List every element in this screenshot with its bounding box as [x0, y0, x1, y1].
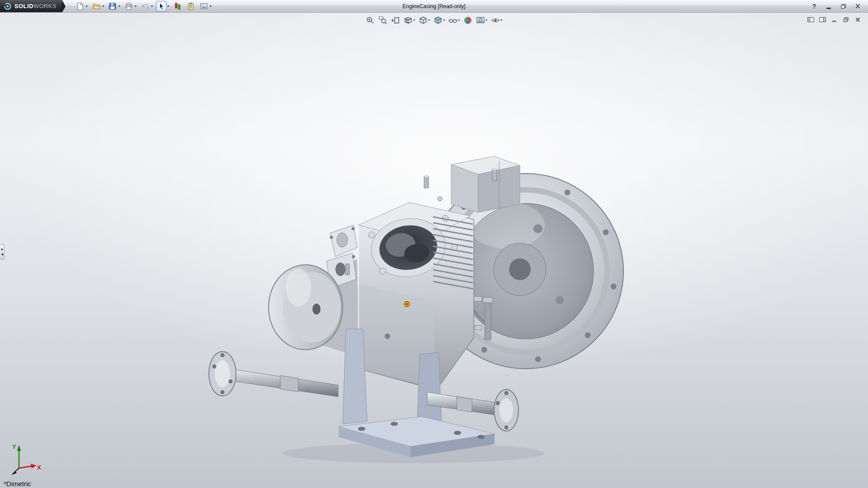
view-settings-icon: [491, 16, 500, 25]
y-axis-label: Y: [12, 443, 16, 450]
section-view-button[interactable]: ▾: [403, 15, 416, 25]
left-shaft-assembly[interactable]: [209, 352, 338, 397]
expand-right-icon: [1, 248, 3, 251]
new-document-icon: [76, 2, 84, 10]
logo-notch: [62, 0, 66, 13]
dropdown-arrow-icon[interactable]: ▾: [428, 19, 430, 22]
zoom-to-fit-icon: [366, 16, 375, 25]
document-minimize-button[interactable]: [830, 16, 838, 23]
previous-view-icon: [391, 16, 400, 25]
apply-scene-button[interactable]: ▾: [475, 15, 488, 25]
minimize-icon: [826, 8, 831, 9]
dropdown-arrow-icon[interactable]: ▾: [413, 19, 415, 22]
titlebar: SOLIDWORKS ▾ ▾: [0, 0, 868, 13]
x-axis-label: X: [37, 464, 41, 471]
dropdown-arrow-icon[interactable]: ▾: [118, 5, 120, 8]
selection-marker[interactable]: [404, 301, 410, 307]
solidworks-logo: SOLIDWORKS: [0, 0, 62, 12]
display-toggle-button[interactable]: [172, 1, 183, 12]
window-title: EngineCasing [Read-only]: [402, 3, 465, 9]
dropdown-arrow-icon[interactable]: ▾: [167, 5, 169, 8]
undo-button[interactable]: [140, 1, 151, 12]
solidworks-window: SOLIDWORKS ▾ ▾: [0, 0, 868, 488]
dropdown-arrow-icon[interactable]: ▾: [102, 5, 104, 8]
hide-show-items-icon: [448, 16, 458, 25]
file-properties-button[interactable]: [185, 1, 196, 12]
image-options-icon: [200, 2, 208, 10]
close-icon: [854, 3, 861, 9]
hide-show-items-button[interactable]: ▾: [448, 15, 461, 25]
heads-up-toolbar: ▾ ▾ ▾: [365, 15, 503, 25]
side-cover-disc[interactable]: [269, 265, 343, 350]
display-style-icon: [434, 16, 443, 25]
print-icon: [125, 2, 133, 10]
document-restore-icon: [843, 17, 849, 23]
top-cover[interactable]: [451, 156, 520, 212]
save-icon: [108, 2, 117, 10]
brand-text: SOLIDWORKS: [14, 3, 57, 9]
dropdown-arrow-icon[interactable]: ▾: [151, 5, 153, 8]
open-button[interactable]: [91, 1, 102, 12]
clipboard-icon: [187, 2, 195, 10]
graphics-area[interactable]: ▾ ▾ ▾: [0, 13, 868, 488]
edit-appearance-icon: [463, 16, 472, 25]
edit-appearance-button[interactable]: [462, 15, 473, 25]
options-button[interactable]: [198, 1, 209, 12]
window-controls: ?: [809, 2, 868, 11]
pane-left-icon: [807, 17, 814, 23]
document-close-button[interactable]: [854, 16, 862, 23]
dropdown-arrow-icon[interactable]: ▾: [458, 19, 460, 22]
previous-view-button[interactable]: [390, 15, 401, 25]
document-close-icon: [854, 17, 861, 23]
section-view-icon: [404, 16, 413, 25]
help-button[interactable]: ?: [809, 2, 819, 11]
reference-triad: Y X: [5, 439, 44, 480]
view-orientation-button[interactable]: ▾: [418, 15, 431, 25]
dropdown-arrow-icon[interactable]: ▾: [486, 19, 487, 22]
view-settings-button[interactable]: ▾: [490, 15, 503, 25]
main-toolbar: ▾ ▾: [75, 1, 215, 12]
apply-scene-icon: [476, 16, 485, 25]
display-style-button[interactable]: ▾: [433, 15, 446, 25]
view-orientation-icon: [419, 16, 428, 25]
view-orientation-label: *Dimetric: [4, 480, 31, 488]
print-button[interactable]: [123, 1, 134, 12]
document-restore-button[interactable]: [842, 16, 850, 23]
zoom-to-area-button[interactable]: [377, 15, 388, 25]
restore-button[interactable]: [838, 2, 848, 11]
minimize-button[interactable]: [824, 2, 834, 11]
engine-casing-model[interactable]: [0, 13, 868, 488]
dropdown-arrow-icon[interactable]: ▾: [210, 5, 212, 8]
expand-left-icon: [1, 253, 3, 256]
open-folder-icon: [92, 2, 100, 10]
document-minimize-icon: [831, 17, 838, 23]
save-button[interactable]: [107, 1, 118, 12]
document-window-controls: [807, 16, 862, 23]
pane-right-button[interactable]: [819, 16, 826, 23]
close-button[interactable]: [853, 2, 863, 11]
3ds-logo-icon: [4, 2, 12, 10]
red-green-toggle-icon: [174, 2, 182, 10]
dropdown-arrow-icon[interactable]: ▾: [86, 5, 88, 8]
feature-tree-collapsed-tab[interactable]: [0, 244, 5, 259]
select-cursor-icon: [157, 2, 165, 10]
dropdown-arrow-icon[interactable]: ▾: [443, 19, 445, 22]
restore-icon: [841, 4, 846, 9]
pane-right-icon: [819, 17, 826, 23]
select-tool-button[interactable]: [156, 1, 167, 12]
new-document-button[interactable]: [75, 1, 85, 12]
zoom-to-fit-button[interactable]: [365, 15, 376, 25]
x-axis-arrow: [31, 464, 36, 469]
y-axis-arrow: [17, 445, 21, 451]
undo-icon: [141, 2, 149, 10]
dropdown-arrow-icon[interactable]: ▾: [135, 5, 137, 8]
pane-left-button[interactable]: [807, 16, 815, 23]
zoom-to-area-icon: [378, 16, 387, 25]
dropdown-arrow-icon[interactable]: ▾: [500, 19, 502, 22]
